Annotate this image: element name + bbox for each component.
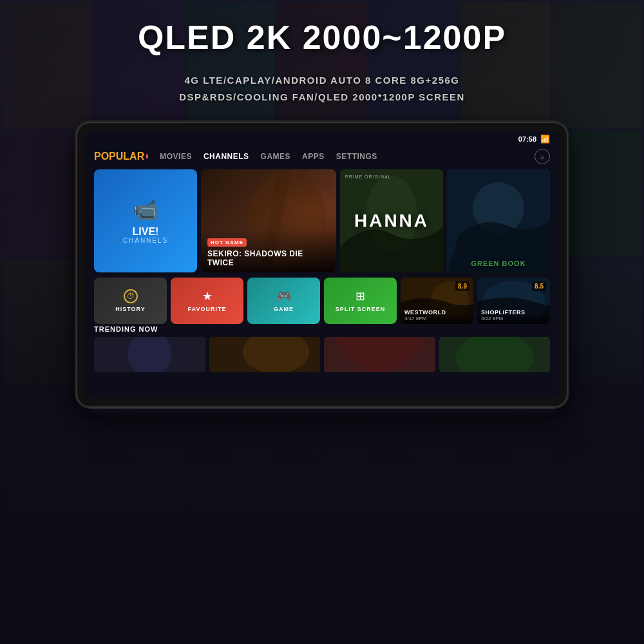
live-camera-icon: 📹 (133, 198, 158, 222)
hanna-card[interactable]: PRIME ORIGINAL HANNA (340, 169, 443, 272)
nav-bar: POPULAR MOVIES CHANNELS GAMES APPS SETTI… (85, 147, 559, 169)
nav-item-games[interactable]: GAMES (261, 152, 291, 161)
content-area: 📹 LIVE! CHANNELS (85, 169, 559, 324)
hot-badge: HOT GAME (207, 238, 247, 247)
history-card[interactable]: ⏱ HISTORY (94, 278, 167, 324)
game-card[interactable]: 🎮 GAME (247, 278, 320, 324)
split-screen-label: SPLIT SCREEN (336, 306, 386, 312)
hanna-title: HANNA (354, 211, 429, 231)
split-screen-card[interactable]: ⊞ SPLIT SCREEN (324, 278, 397, 324)
westworld-overlay: WESTWORLD 4/17 8PM (401, 305, 473, 324)
prime-badge: PRIME ORIGINAL (345, 175, 392, 179)
device-reflection (90, 406, 554, 419)
device-wrapper: 07:58 📶 POPULAR MOVIES CHANNELS GAMES AP… (77, 123, 567, 419)
westworld-card[interactable]: WESTWORLD 4/17 8PM 8.9 (401, 278, 473, 324)
spec-line-2: DSP&RDS/COOLING FAN/QLED 2000*1200P SCRE… (179, 89, 465, 106)
main-title: QLED 2K 2000~1200P (0, 18, 644, 57)
history-icon: ⏱ (124, 289, 138, 303)
svg-point-14 (242, 337, 309, 372)
favourite-card[interactable]: ★ FAVOURITE (171, 278, 243, 324)
shoplifters-title: SHOPLIFTERS (481, 309, 546, 316)
sekiro-title: SEKIRO: SHADOWS DIE TWICE (207, 249, 330, 267)
svg-point-17 (455, 337, 533, 372)
svg-point-12 (128, 337, 172, 372)
westworld-rating: 8.9 (455, 281, 469, 291)
favourite-label: FAVOURITE (188, 306, 227, 312)
search-icon: ⌕ (540, 153, 545, 160)
search-button[interactable]: ⌕ (535, 149, 550, 164)
shoplifters-overlay: SHOPLIFTERS 4/22 9PM (477, 305, 550, 324)
history-label: HISTORY (115, 306, 146, 312)
trending-card-2[interactable] (209, 337, 321, 372)
trending-card-1[interactable] (94, 337, 205, 372)
westworld-info: 4/17 8PM (404, 316, 469, 321)
device-frame: 07:58 📶 POPULAR MOVIES CHANNELS GAMES AP… (77, 123, 567, 406)
shoplifters-info: 4/22 9PM (481, 316, 546, 321)
sekiro-card[interactable]: HOT GAME SEKIRO: SHADOWS DIE TWICE (201, 169, 336, 272)
live-sub-label: CHANNELS (123, 237, 168, 244)
nav-item-settings[interactable]: SETTINGS (336, 152, 377, 161)
greenbook-overlay: GREEN BOOK (447, 260, 550, 267)
trending-label: TRENDING NOW (94, 325, 550, 333)
nav-item-channels[interactable]: CHANNELS (204, 152, 249, 161)
title-area: QLED 2K 2000~1200P (0, 0, 644, 63)
trending-section: TRENDING NOW (85, 324, 559, 376)
nav-item-movies[interactable]: MOVIES (160, 152, 192, 161)
live-channels-card[interactable]: 📹 LIVE! CHANNELS (94, 169, 197, 272)
main-content: QLED 2K 2000~1200P 4G LTE/CAPLAY/ANDROID… (0, 0, 644, 644)
spec-line-1: 4G LTE/CAPLAY/ANDROID AUTO 8 CORE 8G+256… (179, 72, 465, 89)
status-bar: 07:58 📶 (85, 131, 559, 147)
device-screen: 07:58 📶 POPULAR MOVIES CHANNELS GAMES AP… (85, 131, 559, 399)
sekiro-overlay: HOT GAME SEKIRO: SHADOWS DIE TWICE (201, 229, 336, 272)
shoplifters-rating: 8.5 (532, 281, 546, 291)
greenbook-title: GREEN BOOK (447, 260, 550, 267)
specs-area: 4G LTE/CAPLAY/ANDROID AUTO 8 CORE 8G+256… (179, 72, 465, 105)
trending-card-4[interactable] (439, 337, 551, 372)
nav-logo[interactable]: POPULAR (94, 151, 144, 162)
game-label: GAME (274, 306, 294, 312)
top-row: 📹 LIVE! CHANNELS (94, 169, 550, 272)
wifi-icon: 📶 (540, 135, 550, 144)
shoplifters-card[interactable]: SHOPLIFTERS 4/22 9PM 8.5 (477, 278, 550, 324)
favourite-icon: ★ (202, 289, 213, 303)
greenbook-card[interactable]: GREEN BOOK (447, 169, 550, 272)
status-time: 07:58 (518, 135, 536, 143)
split-screen-icon: ⊞ (355, 289, 365, 303)
middle-row: ⏱ HISTORY ★ FAVOURITE 🎮 GAME (94, 278, 550, 324)
westworld-title: WESTWORLD (404, 309, 469, 316)
game-icon: 🎮 (277, 289, 291, 303)
greenbook-background (447, 169, 550, 272)
trending-row (94, 337, 550, 372)
nav-item-apps[interactable]: APPS (302, 152, 325, 161)
live-label: LIVE! (133, 226, 159, 238)
trending-card-3[interactable] (324, 337, 435, 372)
